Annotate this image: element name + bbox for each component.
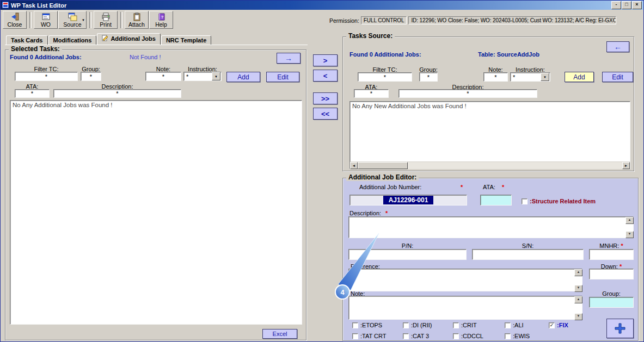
tab-modifications[interactable]: Modifications bbox=[48, 35, 97, 45]
add-job-button[interactable] bbox=[606, 319, 634, 338]
tab-strip: Task Cards Modifications Additional Jobs… bbox=[6, 34, 212, 45]
mnhr-input[interactable] bbox=[589, 249, 634, 260]
editor-description-textarea[interactable] bbox=[348, 216, 634, 238]
tasks-source-panel: Tasks Source: ← Found 0 Additional Jobs:… bbox=[342, 36, 634, 171]
source-group-input[interactable] bbox=[419, 72, 438, 82]
close-window-button[interactable]: × bbox=[632, 1, 642, 9]
scroll-right-button[interactable]: ► bbox=[622, 162, 630, 169]
checkbox-ewis[interactable]: :EWIS bbox=[505, 333, 530, 339]
toolbar-close-button[interactable]: Close bbox=[3, 11, 27, 29]
source-filter-tc-input[interactable] bbox=[358, 72, 412, 82]
checkbox-di-rii[interactable]: :DI (RII) bbox=[403, 322, 432, 328]
scroll-up-icon: ▲ bbox=[577, 270, 580, 273]
checkbox-cdccl[interactable]: :CDCCL bbox=[453, 333, 483, 339]
source-instruction-select[interactable]: * ▼ bbox=[510, 72, 550, 82]
additional-jobs-tab-icon bbox=[102, 35, 108, 43]
excel-button[interactable]: Excel bbox=[262, 329, 297, 339]
additional-job-editor-panel: Additional Job Editor: Additional Job Nu… bbox=[342, 178, 639, 341]
toolbar-print-button[interactable]: Print bbox=[94, 11, 118, 29]
source-edit-button[interactable]: Edit bbox=[602, 72, 633, 82]
maximize-button[interactable]: □ bbox=[622, 1, 631, 9]
move-right-button[interactable]: > bbox=[313, 54, 338, 66]
scroll-down-icon: ▼ bbox=[577, 286, 580, 289]
move-to-selected-arrow-button[interactable]: ← bbox=[606, 41, 629, 52]
description-input[interactable] bbox=[53, 89, 181, 98]
toolbar-help-button[interactable]: ? Help bbox=[149, 11, 173, 29]
source-description-input[interactable] bbox=[398, 89, 537, 98]
dropdown-button[interactable]: ▼ bbox=[212, 72, 220, 80]
selected-tasks-title: Selected Tasks: bbox=[9, 45, 62, 53]
checkbox-box bbox=[352, 322, 358, 328]
chevron-down-icon: ▼ bbox=[214, 75, 218, 78]
move-all-left-button[interactable]: << bbox=[313, 108, 338, 120]
filter-tc-input[interactable] bbox=[15, 72, 78, 81]
source-window-icon bbox=[68, 13, 77, 21]
sn-label: S/N: bbox=[472, 242, 584, 249]
annotation-callout: 4 bbox=[325, 228, 386, 305]
instruction-selected-value: * bbox=[511, 74, 541, 80]
checkbox-box: ✓ bbox=[549, 322, 555, 328]
scrollbar-thumb[interactable] bbox=[358, 162, 408, 169]
scroll-up-button[interactable]: ▲ bbox=[625, 217, 634, 224]
edit-button[interactable]: Edit bbox=[266, 72, 299, 82]
source-note-input[interactable] bbox=[483, 72, 508, 82]
scroll-up-button[interactable]: ▲ bbox=[574, 269, 582, 276]
sn-input[interactable] bbox=[472, 249, 584, 260]
toolbar-source-button[interactable]: Source ▼ bbox=[58, 11, 87, 29]
toolbar-wo-button[interactable]: WO bbox=[34, 11, 58, 29]
down-input[interactable] bbox=[589, 269, 634, 279]
annotation-number: 4 bbox=[340, 288, 345, 296]
scroll-down-button[interactable]: ▼ bbox=[625, 231, 634, 238]
move-to-source-arrow-button[interactable]: → bbox=[277, 53, 300, 64]
permission-value: FULL CONTROL bbox=[361, 16, 407, 24]
instruction-select[interactable]: * ▼ bbox=[183, 72, 222, 81]
chevron-down-icon: ▼ bbox=[543, 76, 547, 79]
empty-list-message: No Any New Additional Jobs was Found ! bbox=[352, 103, 467, 109]
job-number-field[interactable]: AJ12296-001 bbox=[349, 195, 467, 206]
instruction-selected-value: * bbox=[184, 73, 212, 80]
right-arrow-icon: → bbox=[285, 54, 292, 63]
toolbar-attach-button[interactable]: Attach bbox=[125, 11, 149, 29]
app-window: WP Task List Editor - □ × Close WO Sourc… bbox=[0, 0, 644, 342]
minimize-button[interactable]: - bbox=[611, 1, 621, 9]
scroll-up-icon: ▲ bbox=[628, 218, 631, 221]
checkbox-box bbox=[403, 333, 409, 339]
title-bar[interactable]: WP Task List Editor - □ × bbox=[1, 1, 643, 10]
checkbox-structure-related[interactable]: :Structure Related Item bbox=[522, 198, 596, 204]
scroll-left-button[interactable]: ◄ bbox=[350, 162, 358, 169]
checkbox-etops[interactable]: :ETOPS bbox=[352, 322, 382, 328]
toolbar: Close WO Source ▼ Print bbox=[1, 10, 643, 30]
source-add-button[interactable]: Add bbox=[565, 72, 594, 82]
editor-group-input[interactable] bbox=[589, 297, 634, 308]
checkbox-box bbox=[453, 322, 459, 328]
scroll-up-button[interactable]: ▲ bbox=[574, 296, 582, 303]
job-number-label: Additional Job Number: bbox=[359, 184, 421, 190]
tasks-source-list[interactable]: No Any New Additional Jobs was Found ! bbox=[349, 101, 630, 169]
scroll-down-button[interactable]: ▼ bbox=[574, 313, 582, 320]
svg-text:?: ? bbox=[161, 15, 163, 20]
group-input[interactable] bbox=[81, 72, 101, 81]
ata-input[interactable] bbox=[15, 89, 50, 98]
move-left-button[interactable]: < bbox=[313, 70, 338, 82]
tab-task-cards[interactable]: Task Cards bbox=[6, 35, 48, 45]
scroll-down-button[interactable]: ▼ bbox=[574, 285, 582, 292]
toolbar-separator bbox=[29, 12, 32, 28]
source-dropdown-icon[interactable]: ▼ bbox=[82, 18, 85, 22]
selected-tasks-list[interactable]: No Any Additional Jobs was Found ! bbox=[10, 100, 302, 325]
checkbox-crit[interactable]: :CRIT bbox=[453, 322, 477, 328]
tab-nrc-template[interactable]: NRC Template bbox=[161, 35, 211, 45]
tab-additional-jobs[interactable]: Additional Jobs bbox=[97, 33, 161, 45]
checkbox-tat-crt[interactable]: :TAT CRT bbox=[352, 333, 386, 339]
checkbox-ali[interactable]: :ALI bbox=[505, 322, 524, 328]
move-all-right-button[interactable]: >> bbox=[313, 92, 338, 104]
list-horizontal-scrollbar[interactable]: ◄ ► bbox=[350, 161, 630, 169]
add-button[interactable]: Add bbox=[226, 72, 260, 82]
note-input[interactable] bbox=[145, 72, 181, 81]
dropdown-button[interactable]: ▼ bbox=[541, 73, 549, 81]
checkbox-fix[interactable]: ✓ :FIX bbox=[549, 322, 568, 328]
checkbox-cat3[interactable]: :CAT 3 bbox=[403, 333, 429, 339]
left-arrow-icon: ← bbox=[614, 42, 622, 51]
window-title: WP Task List Editor bbox=[11, 2, 611, 9]
editor-ata-input[interactable] bbox=[480, 195, 512, 206]
source-ata-input[interactable] bbox=[354, 89, 389, 98]
